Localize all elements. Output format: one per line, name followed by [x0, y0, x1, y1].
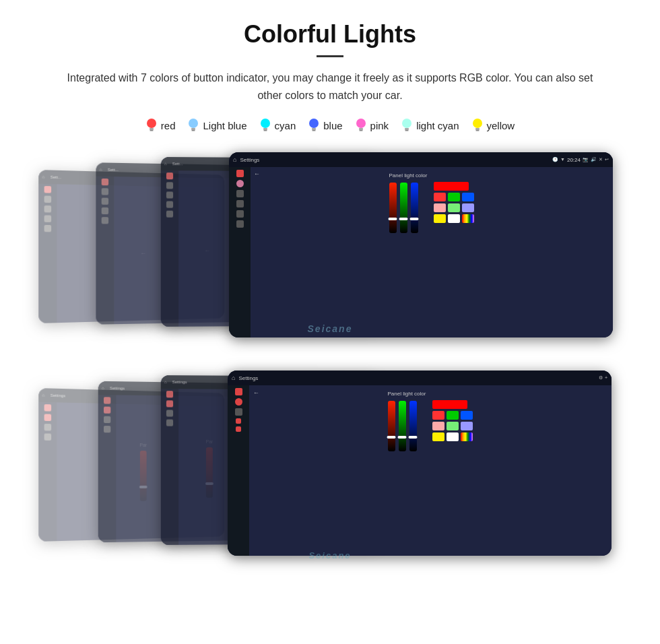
b4-swatch-yellow[interactable]: [432, 432, 444, 441]
swatch-white-sm[interactable]: [448, 214, 460, 223]
slider-red-4[interactable]: [389, 183, 397, 233]
b4-slider-blue[interactable]: [409, 401, 417, 451]
ls-icon3: [236, 210, 244, 218]
b4-swatch-lav[interactable]: [461, 422, 473, 430]
b4-panel-section: Panel light color: [388, 391, 426, 451]
b4-swatch-red-wide[interactable]: [432, 400, 467, 409]
camera-icon: 📷: [583, 157, 589, 163]
b4-plus: +: [605, 375, 607, 381]
b4-swatch-red[interactable]: [432, 411, 444, 420]
b4-slider-red[interactable]: [388, 401, 395, 451]
home-icon-4: ⌂: [233, 156, 236, 163]
color-item-pink: pink: [355, 117, 389, 133]
b3-i2: [166, 420, 173, 426]
color-item-light-blue: Light blue: [187, 117, 246, 133]
main-area-4: Panel light color: [251, 167, 613, 337]
color-label-red: red: [161, 120, 176, 131]
bulb-icon-yellow: [471, 117, 484, 133]
b4-swatch-blue[interactable]: [461, 411, 473, 420]
svg-point-0: [147, 119, 156, 128]
slider-blue-4[interactable]: [411, 183, 418, 233]
swatch-red-sm[interactable]: [434, 193, 446, 201]
color-item-red: red: [145, 117, 176, 133]
b2-power: [104, 397, 110, 404]
swatch-blue-sm[interactable]: [462, 193, 474, 201]
b4-swatch-lgreen[interactable]: [447, 422, 459, 430]
icon-3c: [166, 211, 173, 218]
b3-power: [166, 391, 173, 397]
sliders-row-4: [389, 183, 418, 233]
swatch-lavender-sm[interactable]: [462, 203, 474, 212]
icon-3a: [166, 192, 173, 199]
color-item-cyan: cyan: [259, 117, 296, 133]
b4-swatch-rainbow[interactable]: [461, 432, 473, 441]
svg-rect-17: [405, 130, 409, 131]
svg-point-18: [473, 119, 482, 128]
svg-rect-7: [263, 128, 267, 130]
color-label-yellow: yellow: [487, 120, 515, 131]
svg-point-9: [309, 119, 319, 128]
b4-main-area: Panel light color: [249, 385, 612, 556]
svg-rect-16: [405, 128, 409, 130]
back-arrow-4[interactable]: ←: [254, 170, 260, 177]
b4-swatch-green[interactable]: [447, 411, 459, 420]
settings-label-1: Sett...: [51, 175, 61, 180]
swatch-lgreen-sm[interactable]: [448, 203, 460, 212]
topbar-4: ⌂ Settings 🕐 ▼ 20:24 📷 🔊 ✕ ↩: [229, 152, 613, 167]
svg-rect-20: [475, 130, 479, 131]
b4-swatch-pink[interactable]: [432, 422, 444, 430]
b4-handle-blue: [409, 436, 418, 439]
color-item-yellow: yellow: [471, 117, 515, 133]
b4-colors-panel: [432, 400, 473, 441]
home-icon-2: [102, 188, 108, 195]
swatch-rainbow-sm[interactable]: [462, 214, 474, 223]
bulb-icon-cyan: [259, 117, 271, 133]
b4-panel-title: Panel light color: [388, 391, 426, 397]
svg-point-15: [402, 119, 411, 128]
page-container: Colorful Lights Integrated with 7 colors…: [0, 0, 660, 613]
icon-2b: [102, 207, 108, 214]
icon-2c: [102, 217, 108, 224]
b4-clock: ⚙: [599, 375, 603, 381]
vol-icon: 🔊: [591, 157, 597, 163]
b2-i1: [104, 416, 110, 423]
color-label-blue: blue: [323, 120, 342, 131]
wifi-icon: ▼: [560, 157, 565, 163]
b4-topbar-right: ⚙ +: [599, 375, 607, 381]
swatch-yellow-sm[interactable]: [434, 214, 446, 223]
svg-rect-19: [475, 128, 480, 130]
device-card-4-main: ⌂ Settings 🕐 ▼ 20:24 📷 🔊 ✕ ↩: [229, 152, 613, 337]
swatch-green-sm[interactable]: [448, 193, 460, 201]
color-indicators-row: red Light blue cyan: [27, 117, 633, 133]
ls-icon2: [236, 200, 244, 207]
panel-title-4: Panel light color: [389, 172, 428, 179]
b4-slider-green[interactable]: [399, 401, 406, 451]
ls-icon4: [236, 220, 244, 228]
icon-3b: [166, 201, 173, 208]
b4-handle-green: [398, 436, 407, 439]
close-icon: ✕: [599, 157, 603, 163]
b4-swatch-white[interactable]: [447, 432, 459, 441]
top-device-stack: ⌂ Sett... ←: [40, 152, 620, 348]
color-label-pink: pink: [370, 120, 389, 131]
ls-power-4: [236, 170, 244, 177]
color-item-light-cyan: light cyan: [401, 117, 459, 133]
slider-green-4[interactable]: [400, 183, 407, 233]
svg-rect-10: [312, 128, 316, 130]
bottom-device-4-main: ⌂ Settings ⚙ +: [228, 371, 612, 556]
svg-rect-1: [150, 128, 154, 130]
swatch-red-wide[interactable]: [434, 182, 469, 191]
b4-back-arrow[interactable]: ←: [253, 389, 259, 396]
bulb-icon-light-blue: [187, 117, 199, 133]
b4-left-sidebar: [228, 385, 249, 556]
time-display: 20:24: [567, 157, 581, 163]
b4-hm: [235, 398, 242, 406]
bottom-device-stack: ⌂ Settings Par: [40, 371, 620, 573]
power-icon-3: [166, 172, 173, 179]
icon-1a: [44, 205, 51, 212]
header-divider: [317, 55, 343, 57]
color-item-blue: blue: [308, 117, 342, 133]
b4-sliders-row: [388, 401, 417, 451]
swatch-pink-sm[interactable]: [434, 203, 446, 212]
b1-i2: [44, 434, 51, 441]
